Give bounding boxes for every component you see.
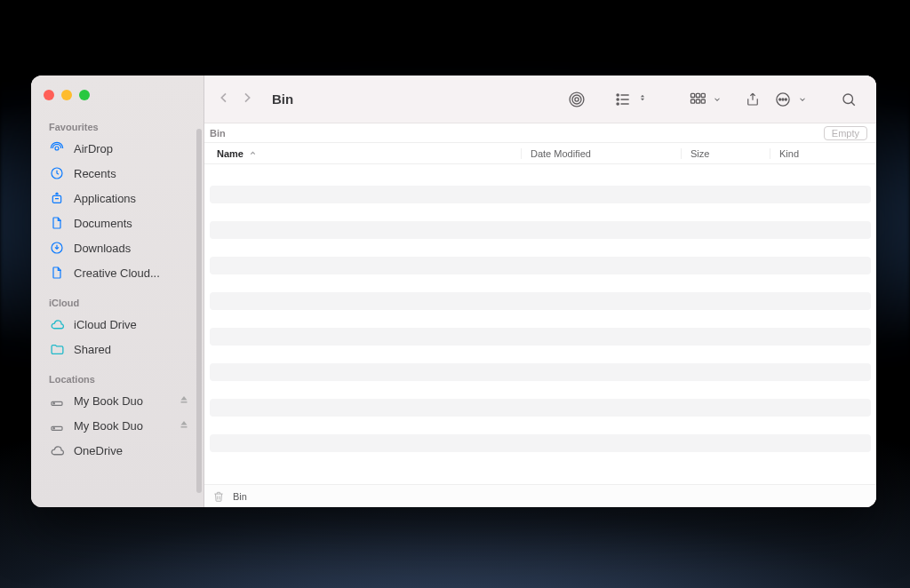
sidebar-item-mybookduo-2[interactable]: My Book Duo xyxy=(31,413,204,438)
eject-icon[interactable] xyxy=(179,419,189,433)
fullscreen-button[interactable] xyxy=(79,90,90,100)
close-button[interactable] xyxy=(44,90,54,100)
path-bar[interactable]: Bin xyxy=(204,484,876,507)
sidebar-item-label: My Book Duo xyxy=(74,394,143,408)
sidebar-section-icloud: iCloud xyxy=(31,285,204,312)
svg-rect-19 xyxy=(691,93,695,97)
empty-button[interactable]: Empty xyxy=(824,126,867,140)
sidebar-item-icloud-drive[interactable]: iCloud Drive xyxy=(31,312,204,337)
sidebar-item-label: My Book Duo xyxy=(74,419,143,433)
svg-rect-6 xyxy=(181,401,188,403)
drive-icon xyxy=(49,393,65,409)
sidebar-item-label: Downloads xyxy=(74,242,131,255)
airdrop-icon xyxy=(49,140,65,156)
svg-rect-20 xyxy=(696,93,699,97)
svg-rect-2 xyxy=(52,195,60,203)
sidebar-item-label: AirDrop xyxy=(74,142,113,155)
sidebar-item-recents[interactable]: Recents xyxy=(31,161,204,186)
updown-icon xyxy=(638,91,647,107)
sidebar-item-label: Recents xyxy=(74,167,116,180)
eject-icon[interactable] xyxy=(179,394,189,408)
search-button[interactable] xyxy=(834,87,864,112)
svg-rect-24 xyxy=(701,99,705,103)
svg-point-15 xyxy=(617,102,619,104)
finder-window: Favourites AirDrop Recents Applications … xyxy=(31,75,876,507)
svg-rect-22 xyxy=(691,99,695,103)
actions-button[interactable] xyxy=(768,87,807,112)
list-row xyxy=(210,257,871,274)
list-row xyxy=(210,186,871,203)
column-header-date-modified[interactable]: Date Modified xyxy=(521,148,681,159)
svg-rect-21 xyxy=(701,93,705,97)
column-headers: Name Date Modified Size Kind xyxy=(204,143,876,164)
svg-point-5 xyxy=(53,403,54,404)
sidebar-item-documents[interactable]: Documents xyxy=(31,211,204,235)
cloud-icon xyxy=(49,442,65,458)
sidebar: Favourites AirDrop Recents Applications … xyxy=(31,75,204,507)
documents-icon xyxy=(49,215,65,231)
svg-point-13 xyxy=(617,93,619,95)
back-button[interactable] xyxy=(217,91,231,108)
more-icon xyxy=(768,87,798,112)
shared-folder-icon xyxy=(49,341,65,357)
column-header-kind[interactable]: Kind xyxy=(770,148,876,159)
sidebar-item-creative-cloud[interactable]: Creative Cloud... xyxy=(31,260,204,285)
sidebar-item-label: Creative Cloud... xyxy=(74,266,160,280)
svg-point-28 xyxy=(785,99,786,100)
sidebar-scrollbar[interactable] xyxy=(196,129,202,493)
file-icon xyxy=(49,265,65,281)
chevron-down-icon xyxy=(798,91,807,107)
window-title: Bin xyxy=(272,91,293,107)
minimize-button[interactable] xyxy=(61,90,72,100)
svg-point-10 xyxy=(575,97,579,100)
sidebar-item-shared[interactable]: Shared xyxy=(31,337,204,362)
location-subheader: Bin Empty xyxy=(204,123,876,143)
svg-point-27 xyxy=(782,99,784,100)
list-row xyxy=(210,434,871,452)
svg-point-8 xyxy=(53,428,54,429)
view-mode-button[interactable] xyxy=(608,87,647,112)
sidebar-item-label: Shared xyxy=(74,343,111,356)
sidebar-item-onedrive[interactable]: OneDrive xyxy=(31,438,204,463)
sidebar-item-downloads[interactable]: Downloads xyxy=(31,235,204,260)
list-row xyxy=(210,363,871,381)
share-button[interactable] xyxy=(738,87,768,112)
column-header-name-label: Name xyxy=(217,148,243,159)
cloud-icon xyxy=(49,316,65,332)
applications-icon xyxy=(49,190,65,206)
recents-icon xyxy=(49,165,65,181)
main-pane: Bin xyxy=(204,75,876,507)
airdrop-toolbar-icon[interactable] xyxy=(562,87,592,112)
list-row xyxy=(210,221,871,239)
group-by-button[interactable] xyxy=(682,87,722,112)
sidebar-item-label: OneDrive xyxy=(74,444,123,457)
location-label: Bin xyxy=(210,128,226,139)
window-controls xyxy=(31,84,204,109)
sidebar-section-favourites: Favourites xyxy=(31,109,204,136)
trash-icon xyxy=(212,489,226,504)
svg-rect-23 xyxy=(696,99,699,103)
svg-point-0 xyxy=(55,147,59,150)
svg-point-29 xyxy=(843,94,853,104)
column-header-name[interactable]: Name xyxy=(204,148,521,159)
list-view-icon xyxy=(608,87,638,112)
path-label: Bin xyxy=(233,491,247,502)
file-list[interactable] xyxy=(204,164,876,484)
sidebar-section-locations: Locations xyxy=(31,362,204,388)
toolbar: Bin xyxy=(204,75,876,123)
drive-icon xyxy=(49,417,65,433)
sort-ascending-icon xyxy=(249,148,257,159)
sidebar-item-applications[interactable]: Applications xyxy=(31,186,204,211)
list-row xyxy=(210,292,871,310)
sidebar-item-mybookduo-1[interactable]: My Book Duo xyxy=(31,388,204,413)
svg-point-14 xyxy=(617,98,619,99)
downloads-icon xyxy=(49,240,65,256)
svg-point-11 xyxy=(572,95,581,104)
sidebar-item-label: Applications xyxy=(74,192,136,205)
list-row xyxy=(210,328,871,346)
chevron-down-icon xyxy=(713,91,722,107)
sidebar-item-label: Documents xyxy=(74,217,132,230)
column-header-size[interactable]: Size xyxy=(681,148,770,159)
sidebar-item-airdrop[interactable]: AirDrop xyxy=(31,136,204,161)
forward-button[interactable] xyxy=(240,91,254,108)
